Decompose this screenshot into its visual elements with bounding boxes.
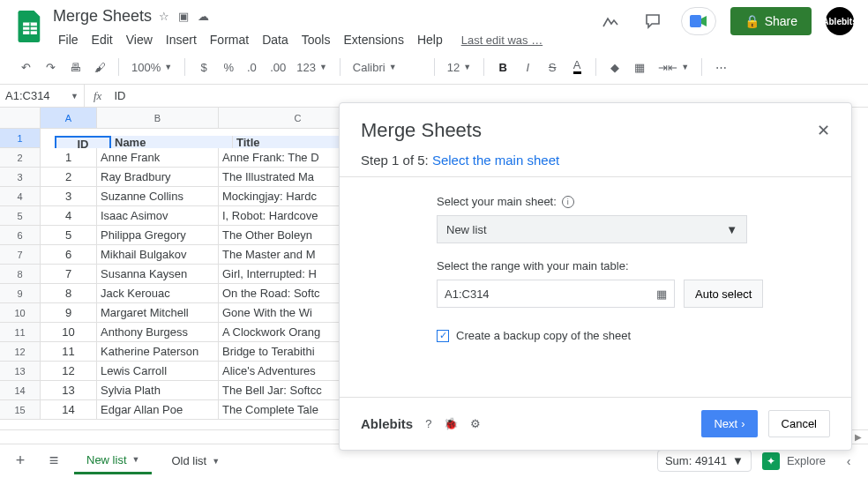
row-header[interactable]: 13 <box>0 362 41 381</box>
add-sheet-button[interactable]: + <box>7 448 34 474</box>
doc-title[interactable]: Merge Sheets <box>53 7 152 26</box>
sheet-dropdown[interactable]: New list ▼ <box>437 215 747 243</box>
currency-button[interactable]: $ <box>192 56 215 78</box>
row-header[interactable]: 11 <box>0 323 41 342</box>
all-sheets-button[interactable]: ≡ <box>41 448 67 474</box>
print-button[interactable]: 🖶 <box>64 56 86 78</box>
cell[interactable]: 12 <box>41 362 97 381</box>
menu-data[interactable]: Data <box>257 29 294 50</box>
row-header[interactable]: 5 <box>0 206 41 226</box>
row-header[interactable]: 6 <box>0 226 41 245</box>
row-header[interactable]: 4 <box>0 187 41 206</box>
cancel-button[interactable]: Cancel <box>768 410 830 437</box>
cell[interactable]: Philippa Gregory <box>97 226 219 245</box>
cell[interactable]: 14 <box>41 400 97 420</box>
col-header[interactable]: B <box>97 108 219 129</box>
cell[interactable]: Ray Bradbury <box>97 168 219 187</box>
cell[interactable]: Sylvia Plath <box>97 381 219 400</box>
row-header[interactable]: 15 <box>0 400 41 420</box>
row-header[interactable]: 12 <box>0 342 41 362</box>
meet-button[interactable] <box>681 7 716 35</box>
cell[interactable]: Isaac Asimov <box>97 206 219 226</box>
menu-tools[interactable]: Tools <box>296 29 336 50</box>
comments-icon[interactable] <box>639 7 667 35</box>
borders-button[interactable]: ▦ <box>628 56 651 78</box>
cell[interactable]: 11 <box>41 342 97 362</box>
cloud-icon[interactable]: ☁ <box>198 10 209 23</box>
cell[interactable]: 1 <box>41 148 97 168</box>
scroll-right-icon[interactable]: ▶ <box>852 431 864 444</box>
more-button[interactable]: ⋯ <box>709 56 732 78</box>
side-panel-toggle[interactable]: ‹ <box>836 449 861 474</box>
zoom-dropdown[interactable]: 100%▼ <box>126 56 177 78</box>
undo-button[interactable]: ↶ <box>14 56 37 78</box>
cell[interactable]: Mikhail Bulgakov <box>97 245 219 265</box>
row-header[interactable]: 2 <box>0 148 41 168</box>
range-input[interactable]: A1:C314 ▦ <box>437 280 675 308</box>
move-icon[interactable]: ▣ <box>178 10 189 23</box>
last-edit-link[interactable]: Last edit was … <box>456 30 549 50</box>
activity-icon[interactable] <box>596 7 625 35</box>
formula-input[interactable]: ID <box>110 89 125 102</box>
sheets-logo[interactable] <box>14 7 46 46</box>
menu-view[interactable]: View <box>121 29 158 50</box>
row-header[interactable]: 3 <box>0 168 41 187</box>
strikethrough-button[interactable]: S <box>541 56 564 78</box>
cell[interactable]: Margaret Mitchell <box>97 303 219 323</box>
row-header[interactable]: 7 <box>0 245 41 265</box>
percent-button[interactable]: % <box>217 56 240 78</box>
cell[interactable]: 3 <box>41 187 97 206</box>
menu-file[interactable]: File <box>53 29 84 50</box>
row-header[interactable]: 10 <box>0 303 41 323</box>
paint-format-button[interactable]: 🖌 <box>88 56 111 78</box>
col-header[interactable]: A <box>41 108 97 129</box>
cell[interactable]: 9 <box>41 303 97 323</box>
select-all-corner[interactable] <box>0 108 41 129</box>
cell[interactable]: Edgar Allan Poe <box>97 400 219 420</box>
chevron-down-icon[interactable]: ▼ <box>132 455 140 464</box>
help-icon[interactable]: ? <box>425 417 431 430</box>
cell[interactable]: Suzanne Collins <box>97 187 219 206</box>
chevron-down-icon[interactable]: ▼ <box>212 457 220 466</box>
cell[interactable]: 7 <box>41 265 97 284</box>
explore-button[interactable]: ✦ Explore <box>762 452 826 470</box>
auto-select-button[interactable]: Auto select <box>684 280 763 308</box>
cell[interactable]: 4 <box>41 206 97 226</box>
cell[interactable]: 6 <box>41 245 97 265</box>
menu-format[interactable]: Format <box>205 29 254 50</box>
cell[interactable]: Katherine Paterson <box>97 342 219 362</box>
grid-icon[interactable]: ▦ <box>656 287 667 301</box>
cell[interactable]: 8 <box>41 284 97 303</box>
sheet-tab-old-list[interactable]: Old list▼ <box>159 448 232 474</box>
bug-icon[interactable]: 🐞 <box>444 417 458 430</box>
cell[interactable]: Jack Kerouac <box>97 284 219 303</box>
cell[interactable]: 2 <box>41 168 97 187</box>
settings-icon[interactable]: ⚙ <box>470 417 481 430</box>
sheet-tab-new-list[interactable]: New list▼ <box>74 448 152 474</box>
cell[interactable]: 10 <box>41 323 97 342</box>
row-header[interactable]: 14 <box>0 381 41 400</box>
redo-button[interactable]: ↷ <box>39 56 62 78</box>
star-icon[interactable]: ☆ <box>159 10 169 23</box>
cell[interactable]: Susanna Kaysen <box>97 265 219 284</box>
cell[interactable]: 5 <box>41 226 97 245</box>
step-link[interactable]: Select the main sheet <box>432 153 559 168</box>
cell[interactable]: Anne Frank <box>97 148 219 168</box>
italic-button[interactable]: I <box>516 56 539 78</box>
cell[interactable]: Lewis Carroll <box>97 362 219 381</box>
font-size-dropdown[interactable]: 12▼ <box>442 56 476 78</box>
name-box[interactable]: A1:C314▼ <box>0 85 85 107</box>
font-dropdown[interactable]: Calibri▼ <box>348 56 427 78</box>
quick-sum-dropdown[interactable]: Sum: 49141▼ <box>657 450 752 472</box>
menu-edit[interactable]: Edit <box>86 29 118 50</box>
avatar[interactable]: Ablebits <box>826 7 854 35</box>
fill-color-button[interactable]: ◆ <box>603 56 626 78</box>
row-header[interactable]: 8 <box>0 265 41 284</box>
decrease-decimal-button[interactable]: .0 <box>242 56 265 78</box>
next-button[interactable]: Next › <box>701 410 757 437</box>
cell[interactable]: Anthony Burgess <box>97 323 219 342</box>
backup-checkbox[interactable]: ✓ <box>437 330 449 342</box>
menu-insert[interactable]: Insert <box>161 29 202 50</box>
share-button[interactable]: 🔒 Share <box>730 7 812 35</box>
cell[interactable]: 13 <box>41 381 97 400</box>
